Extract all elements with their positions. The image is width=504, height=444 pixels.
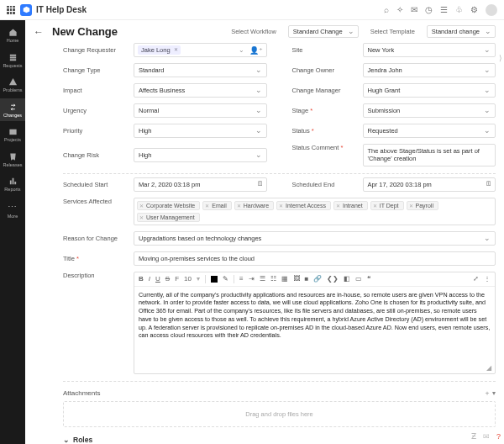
calendar-icon[interactable]: 🗓 xyxy=(257,180,264,188)
table-icon[interactable]: ▦ xyxy=(281,275,288,283)
roles-heading[interactable]: Roles xyxy=(63,436,496,444)
strike-icon[interactable]: S xyxy=(165,275,170,283)
rte-toolbar: B I U S F 10▾ ✎ ≡ ⇥ xyxy=(134,272,495,287)
top-icons: ⌕ ✧ ✉ ◷ ☰ ♧ ⚙ xyxy=(384,4,497,16)
services-affected-label: Services Affected xyxy=(63,198,129,205)
underline-icon[interactable]: U xyxy=(155,275,160,283)
timer-icon[interactable]: ◷ xyxy=(425,5,433,14)
chat-icon[interactable]: ✉ xyxy=(411,5,417,14)
change-requester-input[interactable]: Jake Long ⌄👤⁺ xyxy=(134,43,267,57)
service-chip[interactable]: Email xyxy=(202,201,232,210)
back-arrow-icon[interactable]: ← xyxy=(34,26,44,38)
scheduled-end-input[interactable]: Apr 17, 2020 03:18 pm xyxy=(363,177,496,192)
more-icon[interactable]: ⋮ xyxy=(484,275,491,283)
sparkle-icon[interactable]: ✧ xyxy=(396,5,403,14)
bell-icon[interactable]: ♧ xyxy=(455,5,463,14)
nav-projects[interactable]: Projects xyxy=(0,123,25,146)
zia-icon[interactable]: Ƶ xyxy=(471,432,476,441)
link-icon[interactable]: 🔗 xyxy=(313,275,322,283)
italic-icon[interactable]: I xyxy=(149,275,150,283)
select-workflow-label: Select Workflow xyxy=(231,28,276,35)
service-chip[interactable]: Payroll xyxy=(407,201,438,210)
change-form: Change Requester Jake Long ⌄👤⁺ Site New … xyxy=(25,43,504,444)
expand-icon[interactable]: ⤢ xyxy=(473,275,479,283)
service-chip[interactable]: Corporate Website xyxy=(137,201,200,210)
code-icon[interactable]: ❮❯ xyxy=(327,275,339,283)
requester-token[interactable]: Jake Long xyxy=(138,45,181,55)
add-user-icon[interactable]: 👤⁺ xyxy=(249,46,263,55)
stage-label: Stage xyxy=(292,107,358,114)
select-workflow-dropdown[interactable]: Standard Change xyxy=(288,25,359,38)
urgency-select[interactable]: Normal xyxy=(134,103,267,118)
calendar-icon[interactable]: ☰ xyxy=(440,5,448,14)
video-icon[interactable]: ■ xyxy=(305,275,309,283)
gear-icon[interactable]: ⚙ xyxy=(470,5,478,14)
search-icon[interactable]: ⌕ xyxy=(384,5,389,14)
nav-reports[interactable]: Reports xyxy=(0,172,25,196)
status-comment-label: Status Comment xyxy=(292,144,358,151)
page-title: New Change xyxy=(52,25,118,38)
chevron-down-icon[interactable]: ⌄ xyxy=(239,46,244,54)
scheduled-start-label: Scheduled Start xyxy=(63,181,129,188)
title-input[interactable]: Moving on-premises services to the cloud xyxy=(134,251,496,266)
chat-toggle-icon[interactable]: ✉ xyxy=(483,432,490,441)
description-body[interactable]: Currently, all of the company's producti… xyxy=(134,287,495,362)
service-chip[interactable]: Internet Access xyxy=(276,201,331,210)
service-chip[interactable]: Intranet xyxy=(333,201,368,210)
text-color-icon[interactable] xyxy=(211,276,218,283)
add-attachment-icon[interactable]: ＋ ▾ xyxy=(484,388,496,398)
status-label: Status xyxy=(292,127,358,135)
nav-changes[interactable]: Changes xyxy=(0,98,25,122)
image-icon[interactable]: 🖼 xyxy=(293,275,300,283)
align-icon[interactable]: ≡ xyxy=(239,275,244,283)
change-owner-label: Change Owner xyxy=(292,66,358,74)
site-select[interactable]: New York xyxy=(363,43,496,57)
hr-icon[interactable]: ▭ xyxy=(355,275,362,283)
change-requester-label: Change Requester xyxy=(63,46,129,54)
site-label: Site xyxy=(292,46,358,54)
resize-handle-icon[interactable]: ◢ xyxy=(486,364,491,372)
change-manager-select[interactable]: Hugh Grant xyxy=(363,83,496,98)
nav-problems[interactable]: Problems xyxy=(0,73,25,97)
app-logo xyxy=(20,4,32,16)
stage-select[interactable]: Submission xyxy=(363,103,496,118)
help-icon[interactable]: ? xyxy=(496,432,501,441)
priority-select[interactable]: High xyxy=(134,124,267,138)
clear-format-icon[interactable]: ✎ xyxy=(223,275,228,283)
status-comment-textarea[interactable]: The above Stage/Status is set as part of… xyxy=(363,144,496,166)
attachments-dropzone[interactable]: Drag and drop files here xyxy=(63,401,496,427)
reason-label: Reason for Change xyxy=(63,235,129,242)
change-risk-select[interactable]: High xyxy=(134,148,267,162)
font-size-select[interactable]: 10 xyxy=(184,275,192,283)
calendar-icon[interactable]: 🗓 xyxy=(486,180,492,188)
nav-releases[interactable]: Releases xyxy=(0,148,25,172)
app-launcher-icon[interactable] xyxy=(7,6,15,14)
change-type-select[interactable]: Standard xyxy=(134,63,267,77)
service-chip[interactable]: Hardware xyxy=(234,201,274,210)
service-chip[interactable]: IT Dept xyxy=(370,201,404,210)
scheduled-start-input[interactable]: Mar 2, 2020 03:18 pm xyxy=(134,177,267,192)
font-family-icon[interactable]: F xyxy=(175,275,179,283)
collapse-icon[interactable]: ⟩ xyxy=(499,54,502,62)
avatar[interactable] xyxy=(486,4,497,16)
bullet-list-icon[interactable]: ☰ xyxy=(260,275,265,283)
nav-home[interactable]: Home xyxy=(0,24,25,47)
service-chip[interactable]: User Management xyxy=(137,213,200,222)
impact-select[interactable]: Affects Business xyxy=(134,83,267,98)
side-nav: Home Requests Problems Changes Projects … xyxy=(0,20,25,444)
indent-icon[interactable]: ⇥ xyxy=(249,275,255,283)
change-owner-select[interactable]: Jendra John xyxy=(363,63,496,77)
select-template-dropdown[interactable]: Standard change xyxy=(427,25,496,38)
reason-select[interactable]: Upgradations based on technology changes xyxy=(134,231,496,246)
embed-icon[interactable]: ◧ xyxy=(344,275,350,283)
urgency-label: Urgency xyxy=(63,107,129,114)
nav-more[interactable]: ⋯More xyxy=(0,198,25,223)
quote-icon[interactable]: ❝ xyxy=(367,275,370,283)
nav-requests[interactable]: Requests xyxy=(0,49,25,72)
number-list-icon[interactable]: ☷ xyxy=(270,275,276,283)
page-header: ← New Change Select Workflow Standard Ch… xyxy=(25,20,504,43)
status-select[interactable]: Requested xyxy=(363,124,496,138)
services-affected-multiselect[interactable]: Corporate WebsiteEmailHardwareInternet A… xyxy=(134,198,496,225)
priority-label: Priority xyxy=(63,127,129,135)
bold-icon[interactable]: B xyxy=(139,275,144,283)
